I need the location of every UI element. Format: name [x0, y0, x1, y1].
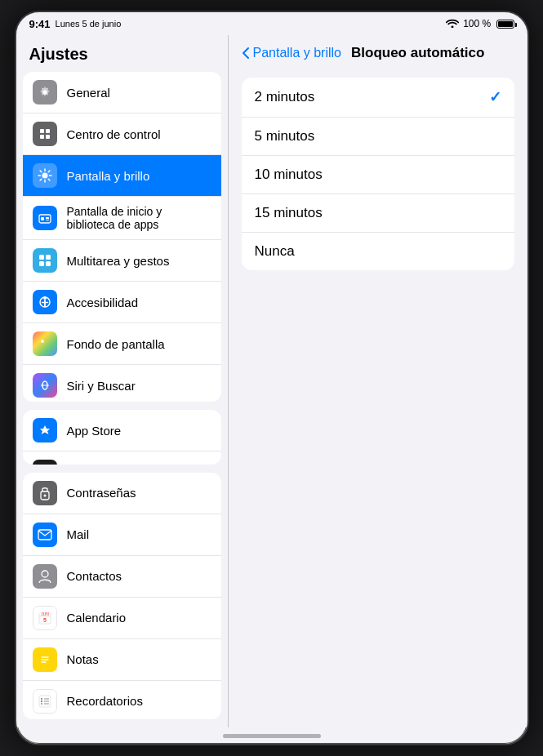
status-right-icons: 100 % — [446, 18, 514, 30]
svg-point-54 — [41, 698, 42, 700]
sidebar-group-1: General Centro de control — [23, 72, 221, 402]
label-15min: 15 minutos — [255, 205, 501, 221]
svg-line-10 — [40, 171, 42, 172]
list-item-2min[interactable]: 2 minutos ✓ — [242, 78, 514, 118]
sidebar-item-home[interactable]: Pantalla de inicio y biblioteca de apps — [23, 197, 221, 240]
multi-icon — [33, 248, 57, 273]
sidebar-item-control[interactable]: Centro de control — [23, 113, 221, 155]
sidebar-item-siri[interactable]: Siri y Buscar — [23, 365, 221, 402]
battery-label: 100 % — [463, 18, 514, 29]
sidebar-label-reminders: Recordatorios — [67, 694, 211, 708]
sidebar-label-appstore: App Store — [67, 424, 211, 438]
nav-bar: Pantalla y brillo Bloqueo automático — [229, 35, 527, 71]
checkmark-2min: ✓ — [489, 88, 501, 106]
ipad-frame: 9:41 Lunes 5 de junio 100 % — [15, 11, 529, 745]
sidebar-label-access: Accesibilidad — [67, 296, 211, 309]
svg-point-56 — [41, 703, 42, 705]
sidebar-label-notes: Notas — [67, 652, 211, 666]
sidebar-item-passwords[interactable]: Contraseñas — [23, 473, 221, 514]
home-bar — [223, 734, 321, 738]
label-2min: 2 minutos — [255, 89, 489, 105]
list-item-never[interactable]: Nunca — [242, 233, 514, 270]
sidebar: Ajustes General — [16, 35, 229, 727]
sidebar-item-access[interactable]: Accesibilidad — [23, 282, 221, 323]
label-never: Nunca — [255, 243, 501, 260]
main-area: Pantalla y brillo Bloqueo automático 2 m… — [229, 35, 527, 727]
sidebar-group-3: Contraseñas Mail — [23, 473, 221, 719]
access-icon — [33, 290, 57, 314]
page-title: Bloqueo automático — [351, 45, 484, 61]
sidebar-item-wallet[interactable]: Cartera — [23, 451, 221, 465]
display-icon — [33, 163, 57, 188]
wallet-icon — [33, 460, 57, 465]
svg-line-13 — [40, 179, 42, 180]
back-label: Pantalla y brillo — [253, 46, 342, 60]
sidebar-label-display: Pantalla y brillo — [67, 169, 211, 183]
sidebar-title: Ajustes — [16, 35, 228, 72]
sidebar-label-calendar: Calendario — [67, 611, 211, 625]
status-date: Lunes 5 de junio — [56, 19, 122, 29]
control-icon — [33, 122, 57, 146]
auto-lock-list: 2 minutos ✓ 5 minutos 10 minutos 15 minu… — [242, 78, 514, 270]
wallpaper-icon — [33, 331, 57, 356]
svg-rect-16 — [46, 217, 49, 219]
svg-rect-1 — [40, 129, 44, 133]
svg-rect-15 — [41, 217, 44, 220]
status-bar: 9:41 Lunes 5 de junio 100 % — [16, 12, 527, 35]
svg-text:JUN: JUN — [41, 611, 49, 616]
svg-line-12 — [48, 171, 50, 172]
wifi-icon — [446, 18, 459, 30]
list-item-5min[interactable]: 5 minutos — [242, 118, 514, 156]
sidebar-item-wallpaper[interactable]: Fondo de pantalla — [23, 323, 221, 365]
sidebar-item-appstore[interactable]: App Store — [23, 410, 221, 451]
siri-icon — [33, 373, 57, 398]
contacts-icon — [33, 564, 57, 589]
home-icon — [33, 206, 57, 230]
back-button[interactable]: Pantalla y brillo — [242, 46, 342, 60]
auto-lock-list-container: 2 minutos ✓ 5 minutos 10 minutos 15 minu… — [229, 71, 527, 727]
svg-point-55 — [41, 700, 42, 702]
label-5min: 5 minutos — [255, 128, 501, 145]
svg-point-44 — [42, 571, 48, 577]
sidebar-label-contacts: Contactos — [67, 569, 211, 583]
sidebar-label-passwords: Contraseñas — [67, 486, 211, 500]
sidebar-item-calendar[interactable]: 5 JUN Calendario — [23, 598, 221, 639]
svg-rect-19 — [46, 255, 51, 260]
label-10min: 10 minutos — [255, 167, 501, 183]
sidebar-label-multi: Multitarea y gestos — [67, 254, 211, 268]
sidebar-label-wallpaper: Fondo de pantalla — [67, 337, 211, 351]
sidebar-item-multi[interactable]: Multitarea y gestos — [23, 240, 221, 282]
sidebar-group-2: App Store Cartera — [23, 410, 221, 465]
svg-rect-17 — [46, 220, 49, 220]
svg-point-5 — [42, 173, 47, 179]
list-item-15min[interactable]: 15 minutos — [242, 194, 514, 233]
reminders-icon — [33, 689, 57, 714]
sidebar-item-general[interactable]: General — [23, 72, 221, 113]
notes-icon — [33, 647, 57, 672]
sidebar-item-notes[interactable]: Notas — [23, 639, 221, 681]
sidebar-item-reminders[interactable]: Recordatorios — [23, 681, 221, 719]
sidebar-item-display[interactable]: Pantalla y brillo — [23, 155, 221, 197]
sidebar-label-general: General — [67, 86, 211, 100]
sidebar-item-mail[interactable]: Mail — [23, 514, 221, 556]
appstore-icon — [33, 418, 57, 442]
content-area: Ajustes General — [16, 35, 527, 727]
svg-line-11 — [48, 179, 50, 180]
general-icon — [33, 80, 57, 105]
home-indicator — [16, 727, 527, 744]
sidebar-item-contacts[interactable]: Contactos — [23, 556, 221, 598]
sidebar-label-mail: Mail — [67, 527, 211, 541]
svg-point-26 — [41, 340, 44, 343]
svg-rect-3 — [40, 135, 44, 139]
svg-rect-20 — [39, 261, 44, 266]
sidebar-label-siri: Siri y Buscar — [67, 379, 211, 393]
svg-rect-4 — [46, 135, 50, 139]
calendar-icon: 5 JUN — [33, 606, 57, 630]
password-icon — [33, 481, 57, 505]
svg-point-42 — [43, 494, 46, 496]
svg-rect-18 — [39, 255, 44, 260]
sidebar-label-home: Pantalla de inicio y biblioteca de apps — [67, 205, 211, 231]
svg-rect-43 — [38, 530, 51, 540]
list-item-10min[interactable]: 10 minutos — [242, 156, 514, 194]
svg-rect-2 — [46, 129, 50, 133]
